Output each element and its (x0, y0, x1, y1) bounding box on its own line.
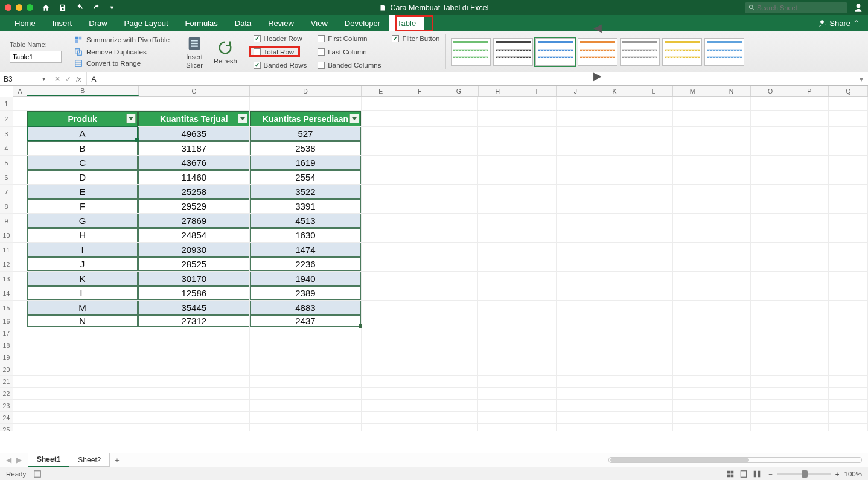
col-header-G[interactable]: G (439, 86, 479, 96)
cell-D25[interactable] (250, 424, 362, 431)
cell-B12[interactable]: J (27, 257, 139, 272)
cell-E22[interactable] (362, 388, 401, 400)
cell-F15[interactable] (400, 301, 439, 315)
cell-D4[interactable]: 2538 (250, 141, 362, 156)
cell-H17[interactable] (478, 327, 517, 339)
cell-I16[interactable] (517, 315, 557, 327)
row-header-7[interactable]: 7 (0, 185, 13, 199)
cell-N3[interactable] (712, 127, 752, 141)
cell-A15[interactable] (13, 301, 27, 315)
cell-E5[interactable] (362, 156, 401, 170)
col-header-C[interactable]: C (139, 86, 251, 96)
column-headers[interactable]: ABCDEFGHIJKLMNOPQ (13, 86, 868, 97)
cell-B6[interactable]: D (27, 170, 139, 185)
cell-N22[interactable] (712, 388, 752, 400)
table-style-6[interactable] (704, 38, 744, 66)
row-header-13[interactable]: 13 (0, 272, 13, 286)
cell-J21[interactable] (557, 376, 596, 388)
cell-E6[interactable] (362, 170, 401, 185)
cell-C9[interactable]: 27869 (138, 214, 250, 228)
cell-I17[interactable] (517, 327, 557, 339)
cell-L8[interactable] (634, 199, 674, 214)
fx-icon[interactable]: fx (76, 75, 81, 83)
cell-I12[interactable] (517, 257, 557, 272)
cell-C1[interactable] (138, 97, 250, 111)
cell-B23[interactable] (27, 400, 139, 412)
cell-A21[interactable] (13, 376, 27, 388)
cell-O19[interactable] (751, 351, 790, 363)
cell-H1[interactable] (478, 97, 517, 111)
cell-A18[interactable] (13, 339, 27, 351)
tab-insert[interactable]: Insert (44, 15, 81, 31)
home-icon[interactable] (42, 4, 50, 12)
cell-O10[interactable] (751, 228, 790, 243)
cell-A9[interactable] (13, 214, 27, 228)
cell-M23[interactable] (673, 400, 712, 412)
filter-dropdown-icon[interactable] (238, 114, 247, 123)
cell-M9[interactable] (673, 214, 712, 228)
cell-C18[interactable] (138, 339, 250, 351)
cell-J24[interactable] (557, 412, 596, 424)
cell-P9[interactable] (790, 214, 829, 228)
cell-L4[interactable] (634, 141, 674, 156)
cell-O22[interactable] (751, 388, 790, 400)
cell-P7[interactable] (790, 185, 829, 199)
col-header-F[interactable]: F (400, 86, 439, 96)
cell-H8[interactable] (478, 199, 517, 214)
cell-G5[interactable] (439, 156, 479, 170)
cell-M22[interactable] (673, 388, 712, 400)
cell-C16[interactable]: 27312 (138, 315, 250, 327)
cell-I24[interactable] (517, 412, 557, 424)
cell-E1[interactable] (362, 97, 401, 111)
cell-H25[interactable] (478, 424, 517, 431)
cell-A7[interactable] (13, 185, 27, 199)
tab-draw[interactable]: Draw (80, 15, 115, 31)
cell-E18[interactable] (362, 339, 401, 351)
cell-B25[interactable] (27, 424, 139, 431)
cell-P10[interactable] (790, 228, 829, 243)
cell-D13[interactable]: 1940 (250, 272, 362, 286)
cell-K21[interactable] (595, 376, 634, 388)
cell-C7[interactable]: 25258 (138, 185, 250, 199)
row-header-22[interactable]: 22 (0, 388, 13, 400)
cell-O13[interactable] (751, 272, 790, 286)
cell-P21[interactable] (790, 376, 829, 388)
cell-D20[interactable] (250, 363, 362, 376)
cell-N9[interactable] (712, 214, 752, 228)
cell-Q24[interactable] (829, 412, 868, 424)
cell-N13[interactable] (712, 272, 752, 286)
cell-Q20[interactable] (829, 363, 868, 376)
cell-I25[interactable] (517, 424, 557, 431)
col-header-L[interactable]: L (634, 86, 674, 96)
cell-A11[interactable] (13, 243, 27, 257)
tab-review[interactable]: Review (260, 15, 302, 31)
cell-L14[interactable] (634, 286, 674, 301)
cell-C20[interactable] (138, 363, 250, 376)
cell-F18[interactable] (400, 339, 439, 351)
cell-M1[interactable] (673, 97, 712, 111)
cell-H16[interactable] (478, 315, 517, 327)
cell-K16[interactable] (595, 315, 634, 327)
row-header-5[interactable]: 5 (0, 156, 13, 170)
cell-N18[interactable] (712, 339, 752, 351)
cell-I1[interactable] (517, 97, 557, 111)
cell-P25[interactable] (790, 424, 829, 431)
row-header-17[interactable]: 17 (0, 327, 13, 339)
cell-L22[interactable] (634, 388, 674, 400)
cell-K23[interactable] (595, 400, 634, 412)
cell-E20[interactable] (362, 363, 401, 376)
tab-table[interactable]: Table (389, 15, 424, 31)
cell-C19[interactable] (138, 351, 250, 363)
summarize-pivot-button[interactable]: Summarize with PivotTable (74, 34, 170, 46)
cell-H19[interactable] (478, 351, 517, 363)
collapse-ribbon-icon[interactable]: ⌃ (850, 19, 862, 28)
cell-N23[interactable] (712, 400, 752, 412)
cell-N24[interactable] (712, 412, 752, 424)
undo-icon[interactable] (75, 4, 84, 12)
cell-J22[interactable] (557, 388, 596, 400)
cell-D1[interactable] (250, 97, 362, 111)
cell-F14[interactable] (400, 286, 439, 301)
cell-L16[interactable] (634, 315, 674, 327)
cell-K5[interactable] (595, 156, 634, 170)
cell-G17[interactable] (439, 327, 479, 339)
